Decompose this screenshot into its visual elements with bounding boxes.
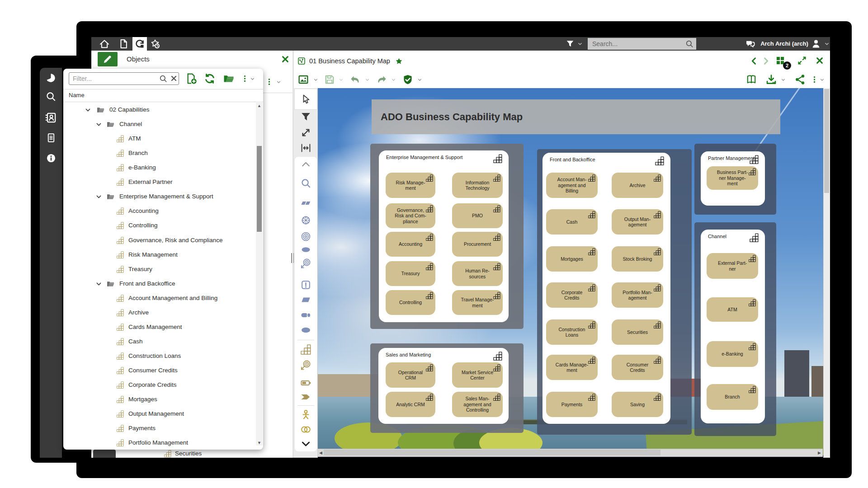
fullscreen-icon[interactable] xyxy=(797,56,807,65)
collapse-up-icon[interactable] xyxy=(301,159,311,169)
search-input[interactable] xyxy=(588,38,696,50)
user-name[interactable]: Arch Archi (arch) xyxy=(760,37,809,51)
tree-item-output-management[interactable]: Output Management xyxy=(63,407,253,421)
actor-person-icon[interactable] xyxy=(301,409,311,420)
edit-mode-button[interactable] xyxy=(98,52,118,66)
explorer-icon[interactable] xyxy=(45,112,57,123)
scroll-down-icon[interactable]: ▼ xyxy=(257,441,261,445)
tree-item-account-management-and-billing[interactable]: Account Management and Billing xyxy=(63,291,253,305)
tree-item-archive[interactable]: Archive xyxy=(63,305,253,320)
tree-item-governance-risk-and-compliance[interactable]: Governance, Risk and Compliance xyxy=(63,233,253,248)
new-document-icon[interactable] xyxy=(118,39,128,49)
distribute-horizontal-icon[interactable] xyxy=(301,143,311,153)
ship-wheel-icon[interactable] xyxy=(301,215,311,225)
undo-chevron-icon[interactable] xyxy=(364,77,370,83)
dashboard-icon[interactable] xyxy=(46,73,56,83)
select-cursor-icon[interactable] xyxy=(301,94,311,104)
tree-item-accounting[interactable]: Accounting xyxy=(63,204,253,218)
collaboration-circles-icon[interactable] xyxy=(301,424,311,435)
filter-chevron-icon[interactable] xyxy=(577,41,583,47)
capsule-ellipse-icon[interactable] xyxy=(301,310,311,320)
filter-icon[interactable] xyxy=(566,40,574,48)
ellipse-icon[interactable] xyxy=(301,325,311,335)
panel-menu-chevron-icon[interactable] xyxy=(276,79,282,85)
redo-chevron-icon[interactable] xyxy=(391,77,396,83)
download-chevron-icon[interactable] xyxy=(780,77,786,83)
panel-menu-icon[interactable] xyxy=(268,77,271,87)
value-stream-icon[interactable] xyxy=(301,392,311,402)
course-of-action-icon[interactable] xyxy=(301,360,311,370)
tree-item-02-capabilities[interactable]: 02 Capabilities xyxy=(63,103,253,117)
tree-item-e-banking[interactable]: e-Banking xyxy=(63,160,253,175)
close-diagram-icon[interactable] xyxy=(816,56,824,65)
expand-chevron-icon[interactable] xyxy=(96,122,102,127)
swap-arrows-icon[interactable] xyxy=(301,127,311,138)
image-chevron-icon[interactable] xyxy=(313,77,319,83)
close-panel-icon[interactable] xyxy=(281,55,289,63)
h-scrollbar-thumb[interactable] xyxy=(324,450,660,455)
filter-icon[interactable] xyxy=(301,112,311,122)
reports-icon[interactable] xyxy=(46,133,56,143)
download-icon[interactable] xyxy=(766,74,777,85)
expand-chevron-icon[interactable] xyxy=(96,194,102,200)
diagram-title-bar[interactable]: ADO Business Capability Map xyxy=(372,99,780,134)
validate-chevron-icon[interactable] xyxy=(417,77,423,83)
tree-item-branch[interactable]: Branch xyxy=(63,146,253,160)
diagram-tab-title[interactable]: 01 Business Capability Map xyxy=(309,51,390,71)
save-chevron-icon[interactable] xyxy=(338,77,344,83)
tree-item-external-partner[interactable]: External Partner xyxy=(63,175,253,189)
scroll-down-icon[interactable] xyxy=(301,439,311,449)
resource-battery-icon[interactable] xyxy=(301,378,311,388)
v-scrollbar-thumb[interactable] xyxy=(824,89,829,193)
tree-item-construction-loans[interactable]: Construction Loans xyxy=(63,349,253,363)
tree-item-treasury[interactable]: Treasury xyxy=(63,262,253,277)
chat-icon[interactable] xyxy=(745,39,756,49)
next-diagram-icon[interactable] xyxy=(761,56,770,66)
tree-item-mortgages[interactable]: Mortgages xyxy=(63,392,253,407)
save-icon[interactable] xyxy=(325,75,335,84)
favorite-star-icon[interactable] xyxy=(395,57,403,65)
capability-grid-icon[interactable] xyxy=(301,344,311,355)
info-icon[interactable] xyxy=(46,153,56,163)
tree-item-corporate-credits[interactable]: Corporate Credits xyxy=(63,378,253,392)
redo-icon[interactable] xyxy=(376,75,387,84)
active-model-tab[interactable] xyxy=(132,37,147,51)
scroll-right-icon[interactable]: ▶ xyxy=(818,450,821,455)
tree-item-cash[interactable]: Cash xyxy=(63,334,253,349)
parallelogram-icon[interactable] xyxy=(301,295,311,305)
diagram-menu-icon[interactable] xyxy=(813,75,816,84)
scroll-up-icon[interactable]: ▲ xyxy=(257,103,261,108)
expand-chevron-icon[interactable] xyxy=(96,281,102,287)
constraint-box-icon[interactable] xyxy=(301,280,311,290)
user-chevron-icon[interactable] xyxy=(824,41,830,47)
tree-item-consumer-credits[interactable]: Consumer Credits xyxy=(63,363,253,378)
expand-chevron-icon[interactable] xyxy=(85,107,91,113)
tree-item-cards-management[interactable]: Cards Management xyxy=(63,320,253,334)
tree-item-atm[interactable]: ATM xyxy=(63,131,253,146)
tree-item-risk-management[interactable]: Risk Management xyxy=(63,248,253,262)
tree-scrollbar-thumb[interactable] xyxy=(257,146,262,232)
share-icon[interactable] xyxy=(795,74,806,85)
node-ellipse-icon[interactable] xyxy=(301,244,311,255)
recents-icon[interactable] xyxy=(150,39,160,49)
diagram-canvas[interactable]: ADO Business Capability Map Enterprise M… xyxy=(318,88,830,458)
search-icon[interactable] xyxy=(46,91,56,102)
tree-item-front-and-backoffice[interactable]: Front and Backoffice xyxy=(63,277,253,291)
export-image-icon[interactable] xyxy=(297,75,309,84)
goal-target-icon[interactable] xyxy=(301,258,311,268)
tree-item-controlling[interactable]: Controlling xyxy=(63,218,253,233)
home-icon[interactable] xyxy=(99,39,109,49)
scroll-left-icon[interactable]: ◀ xyxy=(319,450,322,455)
prev-diagram-icon[interactable] xyxy=(750,56,759,66)
validate-icon[interactable] xyxy=(402,74,413,85)
parallelograms-icon[interactable] xyxy=(301,197,311,208)
concentric-rings-icon[interactable] xyxy=(301,231,311,242)
journal-icon[interactable] xyxy=(746,74,757,85)
tree-item-enterprise-management-support[interactable]: Enterprise Management & Support xyxy=(63,189,253,204)
zoom-icon[interactable] xyxy=(301,178,311,188)
undo-icon[interactable] xyxy=(350,75,361,84)
tree-item-portfolio-management[interactable]: Portfolio Management xyxy=(63,436,253,450)
diagram-menu-chevron-icon[interactable] xyxy=(819,77,825,83)
tree-item-channel[interactable]: Channel xyxy=(63,117,253,131)
tree-item-payments[interactable]: Payments xyxy=(63,421,253,436)
